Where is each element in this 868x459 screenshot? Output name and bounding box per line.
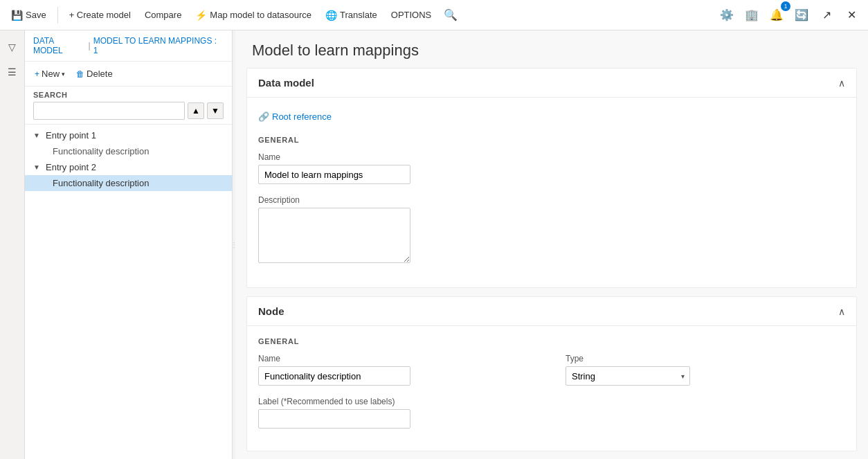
delete-button[interactable]: 🗑 Delete bbox=[72, 66, 117, 82]
main-toolbar: 💾 Save + Create model Compare ⚡ Map mode… bbox=[0, 0, 868, 30]
data-model-name-field: Name bbox=[258, 152, 845, 184]
save-icon: 💾 bbox=[11, 10, 23, 21]
delete-icon: 🗑 bbox=[76, 69, 84, 79]
node-type-select[interactable]: String Integer Boolean Real Date DateTim… bbox=[566, 366, 690, 386]
node-left-col: GENERAL Name Label (*Recommended to use … bbox=[258, 337, 538, 440]
node-name-label: Name bbox=[258, 354, 538, 363]
data-model-name-input[interactable] bbox=[258, 165, 410, 184]
search-section: SEARCH ▲ ▼ bbox=[25, 87, 232, 125]
search-down-button[interactable]: ▼ bbox=[207, 102, 224, 119]
node-section-header[interactable]: Node ∧ bbox=[247, 297, 856, 326]
chevron-down-icon: ▾ bbox=[62, 71, 65, 78]
search-up-button[interactable]: ▲ bbox=[188, 102, 204, 119]
data-model-section-body: 🔗 Root reference GENERAL Name Descriptio… bbox=[247, 98, 856, 287]
notification-badge: 1 bbox=[781, 1, 790, 11]
node-section-title: Node bbox=[258, 305, 284, 317]
node-label-input[interactable] bbox=[258, 409, 410, 429]
translate-button[interactable]: 🌐 Translate bbox=[320, 7, 383, 24]
notification-wrapper: 🔔 1 bbox=[766, 4, 788, 26]
root-reference-icon: 🔗 bbox=[258, 111, 269, 122]
node-name-field: Name bbox=[258, 354, 538, 386]
right-panel: Model to learn mappings Data model ∧ 🔗 R… bbox=[235, 30, 868, 459]
tree-child-func2[interactable]: Functionality description bbox=[25, 175, 232, 191]
search-toolbar-button[interactable]: 🔍 bbox=[440, 4, 462, 26]
tree-toggle-entry2: ▼ bbox=[33, 163, 43, 171]
node-general-label: GENERAL bbox=[258, 337, 538, 345]
data-model-name-label: Name bbox=[258, 152, 845, 162]
search-label: SEARCH bbox=[33, 91, 224, 99]
node-name-input[interactable] bbox=[258, 366, 410, 386]
node-type-select-wrapper: String Integer Boolean Real Date DateTim… bbox=[566, 366, 690, 386]
node-type-spacer bbox=[566, 337, 845, 345]
new-button[interactable]: + New ▾ bbox=[30, 66, 69, 82]
page-title: Model to learn mappings bbox=[235, 30, 868, 68]
translate-icon: 🌐 bbox=[325, 10, 337, 21]
tree-label-entry2: Entry point 2 bbox=[46, 162, 96, 172]
node-section: Node ∧ GENERAL Name Label (*Recommended … bbox=[246, 296, 857, 451]
breadcrumb-model-to-learn[interactable]: MODEL TO LEARN MAPPINGS : 1 bbox=[93, 36, 224, 55]
node-type-field: Type String Integer Boolean Real Date Da… bbox=[566, 354, 845, 386]
tree-item-entry2[interactable]: ▼ Entry point 2 bbox=[25, 159, 232, 175]
filter-icon-button[interactable]: ▽ bbox=[1, 36, 24, 58]
map-model-label: Map model to datasource bbox=[210, 10, 311, 20]
tree-label-entry1: Entry point 1 bbox=[46, 130, 96, 141]
node-collapse-button[interactable]: ∧ bbox=[838, 306, 845, 317]
tree-label-func1: Functionality description bbox=[53, 146, 149, 156]
close-icon-button[interactable]: ✕ bbox=[840, 4, 862, 26]
data-model-desc-label: Description bbox=[258, 195, 845, 205]
delete-label: Delete bbox=[87, 69, 113, 79]
node-two-cols: GENERAL Name Label (*Recommended to use … bbox=[258, 337, 845, 440]
search-row: ▲ ▼ bbox=[33, 102, 224, 120]
create-model-button[interactable]: + Create model bbox=[64, 7, 136, 23]
tree-container: ▼ Entry point 1 Functionality descriptio… bbox=[25, 125, 232, 459]
new-label: New bbox=[42, 69, 60, 79]
breadcrumb: DATA MODEL | MODEL TO LEARN MAPPINGS : 1 bbox=[25, 30, 232, 62]
main-layout: ▽ ☰ DATA MODEL | MODEL TO LEARN MAPPINGS… bbox=[0, 30, 868, 459]
compare-button[interactable]: Compare bbox=[139, 7, 187, 23]
tree-child-func1[interactable]: Functionality description bbox=[25, 143, 232, 159]
data-model-desc-textarea[interactable] bbox=[258, 208, 410, 263]
data-model-general-label: GENERAL bbox=[258, 136, 845, 144]
breadcrumb-data-model[interactable]: DATA MODEL bbox=[33, 36, 86, 55]
menu-icon-button[interactable]: ☰ bbox=[1, 61, 24, 83]
data-model-section-header[interactable]: Data model ∧ bbox=[247, 69, 856, 98]
left-toolbar: + New ▾ 🗑 Delete bbox=[25, 62, 232, 87]
plus-icon: + bbox=[35, 69, 39, 79]
toolbar-sep-1 bbox=[57, 7, 58, 24]
data-model-collapse-button[interactable]: ∧ bbox=[838, 78, 845, 89]
node-section-body: GENERAL Name Label (*Recommended to use … bbox=[247, 326, 856, 451]
node-type-label: Type bbox=[566, 354, 845, 363]
compare-label: Compare bbox=[145, 10, 181, 20]
node-label-label: Label (*Recommended to use labels) bbox=[258, 397, 538, 406]
tree-item-entry1[interactable]: ▼ Entry point 1 bbox=[25, 127, 232, 143]
root-reference-button[interactable]: 🔗 Root reference bbox=[258, 109, 332, 125]
create-model-label: + Create model bbox=[69, 10, 131, 20]
settings-icon-button[interactable]: ⚙️ bbox=[716, 4, 738, 26]
options-label: OPTIONS bbox=[391, 10, 432, 20]
translate-label: Translate bbox=[340, 10, 377, 20]
external-icon-button[interactable]: ↗ bbox=[815, 4, 838, 26]
side-icons-panel: ▽ ☰ bbox=[0, 30, 25, 459]
left-panel: DATA MODEL | MODEL TO LEARN MAPPINGS : 1… bbox=[25, 30, 233, 459]
node-label-field: Label (*Recommended to use labels) bbox=[258, 397, 538, 429]
tree-label-func2: Functionality description bbox=[53, 178, 149, 188]
search-input[interactable] bbox=[33, 102, 185, 120]
map-icon: ⚡ bbox=[195, 10, 207, 21]
tree-toggle-entry1: ▼ bbox=[33, 132, 43, 139]
refresh-icon-button[interactable]: 🔄 bbox=[790, 4, 813, 26]
save-button[interactable]: 💾 Save bbox=[6, 7, 52, 24]
breadcrumb-separator: | bbox=[89, 41, 91, 51]
save-label: Save bbox=[26, 10, 46, 20]
data-model-section-title: Data model bbox=[258, 77, 314, 89]
office-icon-button[interactable]: 🏢 bbox=[741, 4, 763, 26]
node-right-col: Type String Integer Boolean Real Date Da… bbox=[566, 337, 845, 440]
data-model-section: Data model ∧ 🔗 Root reference GENERAL Na… bbox=[246, 68, 857, 288]
options-button[interactable]: OPTIONS bbox=[386, 7, 437, 23]
root-reference-label: Root reference bbox=[272, 111, 332, 122]
map-model-button[interactable]: ⚡ Map model to datasource bbox=[190, 7, 317, 24]
data-model-desc-field: Description bbox=[258, 195, 845, 265]
